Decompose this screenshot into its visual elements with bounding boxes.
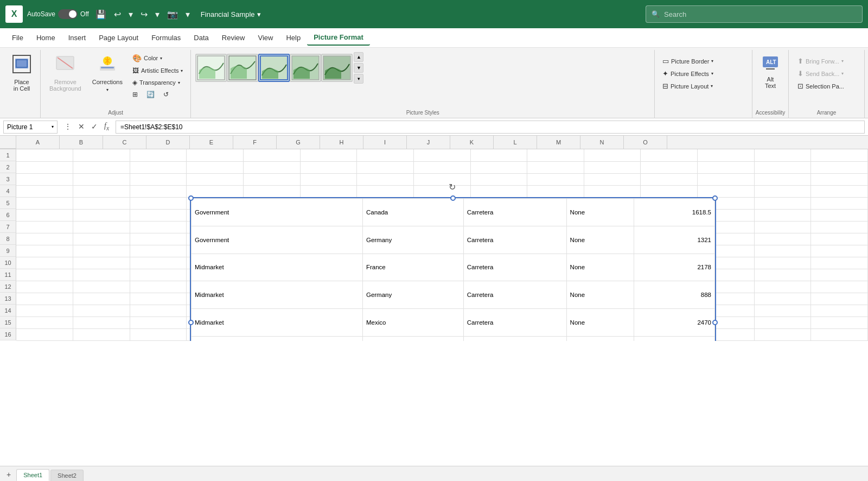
cell-N4[interactable] — [754, 185, 811, 197]
cell-E2[interactable] — [244, 161, 301, 173]
rotate-handle[interactable]: ↻ — [449, 182, 457, 191]
cell-J3[interactable] — [527, 173, 584, 185]
color-dropdown[interactable]: ▾ — [160, 56, 162, 61]
menu-help[interactable]: Help — [279, 30, 307, 45]
col-header-h[interactable]: H — [320, 136, 363, 149]
cell-N3[interactable] — [754, 173, 811, 185]
picture-layout-button[interactable]: ⊟ Picture Layout ▾ — [659, 80, 717, 92]
row-header-9[interactable]: 9 — [0, 245, 16, 257]
artistic-effects-button[interactable]: 🖼 Artistic Effects ▾ — [129, 65, 186, 76]
col-header-b[interactable]: B — [60, 136, 103, 149]
cell-F2[interactable] — [300, 161, 357, 173]
filename-dropdown[interactable]: ▾ — [257, 10, 261, 18]
cell-H2[interactable] — [413, 161, 470, 173]
cell-H4[interactable] — [413, 185, 470, 197]
cell-C9[interactable] — [130, 245, 187, 257]
cell-N9[interactable] — [754, 245, 811, 257]
cell-B1[interactable] — [73, 149, 130, 161]
picture-style-scroll-more[interactable]: ▾ — [354, 74, 363, 84]
picture-style-5[interactable] — [321, 54, 353, 82]
cell-O12[interactable] — [811, 281, 868, 293]
formula-cancel-icon[interactable]: ✕ — [76, 121, 87, 132]
picture-effects-dropdown[interactable]: ▾ — [711, 71, 713, 76]
cell-O2[interactable] — [811, 161, 868, 173]
cell-O3[interactable] — [811, 173, 868, 185]
cell-B9[interactable] — [73, 245, 130, 257]
cell-G3[interactable] — [357, 173, 414, 185]
col-header-o[interactable]: O — [624, 136, 667, 149]
row-header-10[interactable]: 10 — [0, 257, 16, 269]
cell-L4[interactable] — [641, 185, 698, 197]
cell-N2[interactable] — [754, 161, 811, 173]
corrections-button[interactable]: Corrections ▾ — [88, 52, 127, 94]
handle-top-right[interactable] — [712, 195, 718, 201]
handle-middle-left[interactable] — [188, 320, 194, 325]
cell-C16[interactable] — [130, 328, 187, 340]
cell-C13[interactable] — [130, 293, 187, 305]
change-picture-button[interactable]: 🔄 — [143, 89, 158, 100]
color-button[interactable]: 🎨 Color ▾ — [129, 52, 186, 64]
cell-O5[interactable] — [811, 197, 868, 209]
cell-N14[interactable] — [754, 305, 811, 317]
remove-background-button[interactable]: RemoveBackground — [45, 52, 86, 94]
artistic-effects-dropdown[interactable]: ▾ — [181, 68, 183, 73]
formula-confirm-icon[interactable]: ✓ — [89, 121, 100, 132]
cell-A7[interactable] — [16, 221, 73, 233]
col-header-i[interactable]: I — [363, 136, 407, 149]
cell-D2[interactable] — [187, 161, 244, 173]
selection-pane-button[interactable]: ⊡ Selection Pa... — [793, 80, 848, 92]
cell-O1[interactable] — [811, 149, 868, 161]
cell-B8[interactable] — [73, 233, 130, 245]
cell-C12[interactable] — [130, 281, 187, 293]
cell-J2[interactable] — [527, 161, 584, 173]
cell-B5[interactable] — [73, 197, 130, 209]
picture-border-dropdown[interactable]: ▾ — [711, 59, 713, 64]
cell-C5[interactable] — [130, 197, 187, 209]
cell-N12[interactable] — [754, 281, 811, 293]
row-header-14[interactable]: 14 — [0, 305, 16, 317]
menu-file[interactable]: File — [5, 30, 30, 45]
cell-F3[interactable] — [300, 173, 357, 185]
menu-insert[interactable]: Insert — [62, 30, 93, 45]
cell-N16[interactable] — [754, 328, 811, 340]
cell-O16[interactable] — [811, 328, 868, 340]
row-header-11[interactable]: 11 — [0, 269, 16, 281]
formula-bar-menu[interactable]: ⋮ — [62, 121, 74, 132]
row-header-1[interactable]: 1 — [0, 149, 16, 161]
cell-N11[interactable] — [754, 269, 811, 281]
picture-style-scroll-down[interactable]: ▼ — [354, 63, 363, 73]
cell-B15[interactable] — [73, 317, 130, 328]
reset-picture-button[interactable]: ↺ — [160, 89, 172, 100]
cell-C7[interactable] — [130, 221, 187, 233]
cell-M4[interactable] — [698, 185, 755, 197]
cell-F4[interactable] — [300, 185, 357, 197]
cell-O14[interactable] — [811, 305, 868, 317]
row-header-2[interactable]: 2 — [0, 161, 16, 173]
cell-G4[interactable] — [357, 185, 414, 197]
row-header-13[interactable]: 13 — [0, 293, 16, 305]
menu-review[interactable]: Review — [215, 30, 252, 45]
redo-icon[interactable]: ↪ — [138, 7, 150, 22]
col-header-a[interactable]: A — [16, 136, 60, 149]
cell-B6[interactable] — [73, 209, 130, 221]
cell-N1[interactable] — [754, 149, 811, 161]
cell-C6[interactable] — [130, 209, 187, 221]
cell-H3[interactable] — [413, 173, 470, 185]
cell-B11[interactable] — [73, 269, 130, 281]
row-header-7[interactable]: 7 — [0, 221, 16, 233]
picture-style-2[interactable] — [227, 54, 258, 82]
handle-top-middle[interactable] — [450, 195, 456, 201]
cell-A1[interactable] — [16, 149, 73, 161]
formula-function-icon[interactable]: fx — [102, 121, 111, 133]
name-box[interactable]: Picture 1 ▾ — [3, 121, 58, 134]
cell-H1[interactable] — [413, 149, 470, 161]
cell-L2[interactable] — [641, 161, 698, 173]
camera-icon[interactable]: 📷 — [165, 7, 180, 22]
picture-style-3[interactable] — [258, 54, 290, 82]
menu-home[interactable]: Home — [30, 30, 62, 45]
cell-E4[interactable] — [244, 185, 301, 197]
col-header-n[interactable]: N — [580, 136, 624, 149]
col-header-k[interactable]: K — [450, 136, 494, 149]
transparency-button[interactable]: ◈ Transparency ▾ — [129, 77, 186, 88]
cell-A2[interactable] — [16, 161, 73, 173]
